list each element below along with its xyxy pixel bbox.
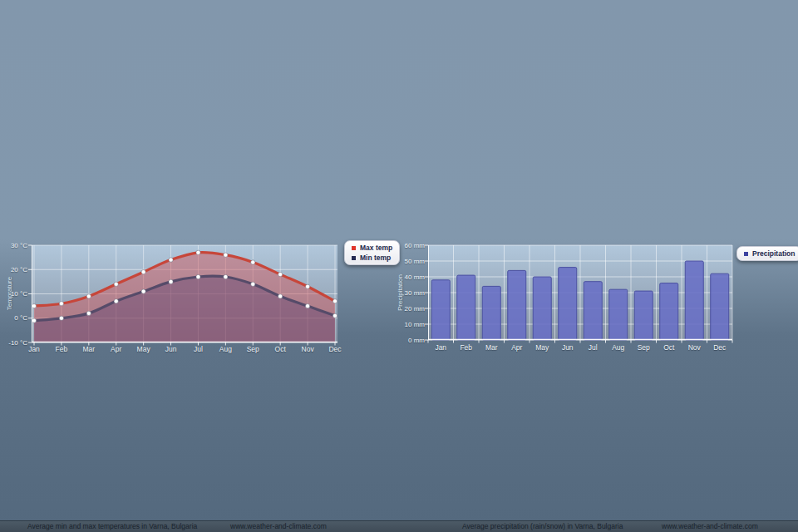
y-tick-label: 30 mm [385, 289, 425, 297]
x-tick-label: Jan [21, 345, 47, 353]
y-tick-label: 20 °C [0, 266, 27, 273]
min-temp-point[interactable] [114, 299, 118, 303]
x-tick-label: Sep [630, 343, 657, 352]
min-temp-point[interactable] [59, 316, 63, 320]
x-tick-label: Dec [322, 345, 348, 353]
x-tick-label: May [131, 345, 157, 353]
precipitation-bar[interactable] [457, 275, 475, 340]
precipitation-bar[interactable] [584, 282, 602, 340]
precipitation-bar[interactable] [660, 283, 678, 340]
precipitation-bar[interactable] [559, 268, 577, 340]
precipitation-bar[interactable] [482, 286, 500, 340]
min-temp-point[interactable] [32, 318, 36, 323]
x-tick-label: Aug [605, 343, 632, 352]
max-temp-point[interactable] [86, 294, 91, 298]
y-tick-label: 10 °C [0, 290, 27, 298]
min-temp-point[interactable] [251, 282, 255, 286]
footer-right-title: Average precipitation (rain/snow) in Var… [462, 521, 623, 532]
x-tick-label: Oct [656, 343, 682, 352]
max-temp-point[interactable] [224, 253, 228, 257]
x-tick-label: Jul [579, 343, 606, 352]
min-temp-point[interactable] [86, 311, 91, 315]
footer-right-url[interactable]: www.weather-and-climate.com [662, 521, 758, 532]
precipitation-bar[interactable] [431, 280, 450, 340]
min-temp-point[interactable] [224, 274, 228, 278]
precipitation-legend: Precipitation [736, 246, 798, 261]
min-temp-point[interactable] [332, 313, 337, 318]
x-tick-label: Nov [294, 345, 321, 353]
x-tick-label: May [529, 343, 555, 352]
legend-swatch [352, 256, 356, 260]
y-tick-label: 0 °C [0, 314, 27, 322]
y-tick-label: 0 mm [385, 337, 425, 344]
x-tick-label: Oct [267, 345, 293, 353]
legend-item-precipitation[interactable]: Precipitation [744, 250, 795, 257]
x-tick-label: Jun [158, 345, 185, 353]
max-temp-point[interactable] [332, 299, 337, 303]
y-tick-label: 50 mm [385, 258, 425, 265]
max-temp-point[interactable] [251, 260, 255, 264]
x-tick-label: Jul [185, 345, 211, 353]
x-tick-label: Jun [554, 343, 581, 352]
footer-left-title: Average min and max temperatures in Varn… [27, 521, 197, 532]
footer-bar: Average min and max temperatures in Varn… [0, 520, 798, 532]
max-temp-point[interactable] [196, 250, 200, 254]
max-temp-point[interactable] [278, 273, 283, 277]
x-tick-label: Jan [427, 343, 454, 352]
precipitation-bar[interactable] [634, 291, 653, 340]
min-temp-point[interactable] [278, 294, 283, 298]
x-tick-label: Feb [453, 343, 480, 352]
precipitation-bar[interactable] [711, 273, 729, 340]
x-tick-label: Feb [48, 345, 75, 353]
min-temp-point[interactable] [196, 274, 200, 278]
precipitation-bar[interactable] [609, 289, 628, 340]
y-tick-label: 20 mm [385, 305, 425, 313]
max-temp-point[interactable] [32, 304, 36, 308]
min-temp-point[interactable] [305, 304, 309, 308]
legend-swatch [744, 252, 748, 256]
precipitation-bar[interactable] [533, 277, 551, 340]
min-temp-point[interactable] [169, 279, 173, 283]
max-temp-point[interactable] [169, 258, 173, 262]
y-tick-label: 30 °C [0, 242, 27, 249]
max-temp-point[interactable] [114, 282, 118, 286]
max-temp-point[interactable] [305, 284, 309, 288]
x-tick-label: Mar [478, 343, 505, 352]
x-tick-label: Apr [504, 343, 530, 352]
footer-left-url[interactable]: www.weather-and-climate.com [230, 521, 327, 532]
min-temp-point[interactable] [141, 289, 145, 293]
precipitation-bar[interactable] [508, 270, 526, 340]
x-tick-label: Nov [681, 343, 707, 352]
temperature-plot-area [32, 245, 337, 342]
max-temp-point[interactable] [59, 302, 63, 306]
legend-label: Precipitation [752, 250, 795, 257]
precipitation-bar[interactable] [685, 261, 703, 340]
legend-swatch [352, 246, 356, 250]
x-tick-label: Apr [103, 345, 130, 353]
x-tick-label: Aug [212, 345, 239, 353]
y-tick-label: 60 mm [385, 242, 425, 249]
x-tick-label: Dec [707, 343, 733, 352]
precipitation-plot-area [428, 245, 732, 340]
y-tick-label: 10 mm [385, 321, 425, 328]
x-tick-label: Sep [239, 345, 266, 353]
max-temp-point[interactable] [141, 270, 145, 274]
x-tick-label: Mar [76, 345, 102, 353]
y-tick-label: 40 mm [385, 273, 425, 281]
